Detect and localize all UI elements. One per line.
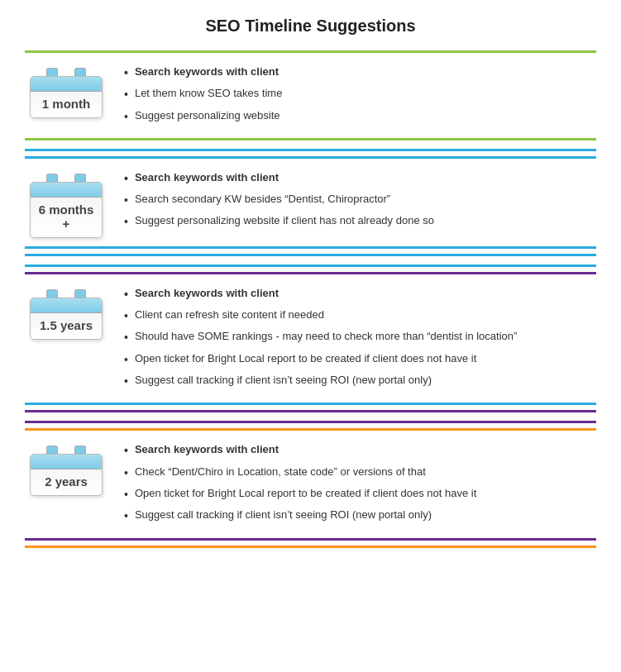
calendar-icon-6months: 6 months +	[25, 174, 107, 238]
list-item: Search keywords with client	[124, 442, 596, 459]
list-item: Open ticket for Bright Local report to b…	[124, 351, 596, 368]
timeline-section-1month: 1 month Search keywords with clientLet t…	[25, 50, 596, 141]
list-item: Search keywords with client	[124, 64, 596, 81]
list-item: Should have SOME rankings - may need to …	[124, 329, 596, 346]
bullet-list-1month: Search keywords with clientLet them know…	[124, 64, 596, 130]
cal-tab-left	[46, 289, 58, 298]
list-item: Let them know SEO takes time	[124, 86, 596, 102]
calendar-icon-1.5years: 1.5 years	[25, 289, 107, 340]
list-item: Search keywords with client	[124, 286, 596, 303]
bullet-list-6months: Search keywords with clientSearch second…	[124, 170, 596, 236]
timeline-section-1.5years: 1.5 years Search keywords with clientCli…	[25, 265, 596, 412]
section-content-1month: 1 month Search keywords with clientLet t…	[25, 56, 596, 135]
section-content-1.5years: 1.5 years Search keywords with clientCli…	[25, 278, 596, 399]
cal-label: 2 years	[37, 474, 95, 489]
list-item: Check “Dent/Chiro in Location, state cod…	[124, 465, 596, 481]
list-item: Search keywords with client	[124, 170, 596, 187]
cal-tab-right	[74, 446, 86, 454]
list-item: Suggest call tracking if client isn’t se…	[124, 508, 596, 524]
calendar-icon-2years: 2 years	[25, 446, 107, 496]
cal-tab-right	[74, 68, 86, 76]
cal-tab-right	[74, 289, 86, 298]
page-title: SEO Timeline Suggestions	[25, 17, 596, 36]
list-item: Open ticket for Bright Local report to b…	[124, 486, 596, 503]
cal-header	[31, 298, 102, 313]
timeline-section-6months: 6 months + Search keywords with clientSe…	[25, 149, 596, 256]
bullet-list-1.5years: Search keywords with clientClient can re…	[124, 286, 596, 394]
section-content-6months: 6 months + Search keywords with clientSe…	[25, 162, 596, 243]
bullet-list-2years: Search keywords with clientCheck “Dent/C…	[124, 442, 596, 529]
calendar-icon-1month: 1 month	[25, 68, 107, 118]
cal-header	[31, 77, 102, 92]
cal-tab-right	[74, 174, 86, 182]
cal-label: 1.5 years	[37, 318, 95, 332]
section-content-2years: 2 years Search keywords with clientCheck…	[25, 434, 596, 534]
cal-label: 6 months +	[37, 203, 95, 231]
cal-label: 1 month	[37, 97, 95, 111]
list-item: Search secondary KW besides “Dentist, Ch…	[124, 192, 596, 208]
list-item: Suggest call tracking if client isn’t se…	[124, 373, 596, 389]
cal-tab-left	[46, 68, 58, 76]
list-item: Suggest personalizing website if client …	[124, 213, 596, 230]
list-item: Client can refresh site content if neede…	[124, 307, 596, 324]
cal-header	[31, 455, 102, 469]
cal-tab-left	[46, 446, 58, 454]
timeline-section-2years: 2 years Search keywords with clientCheck…	[25, 421, 596, 547]
cal-header	[31, 183, 102, 198]
list-item: Suggest personalizing website	[124, 108, 596, 125]
cal-tab-left	[46, 174, 58, 182]
